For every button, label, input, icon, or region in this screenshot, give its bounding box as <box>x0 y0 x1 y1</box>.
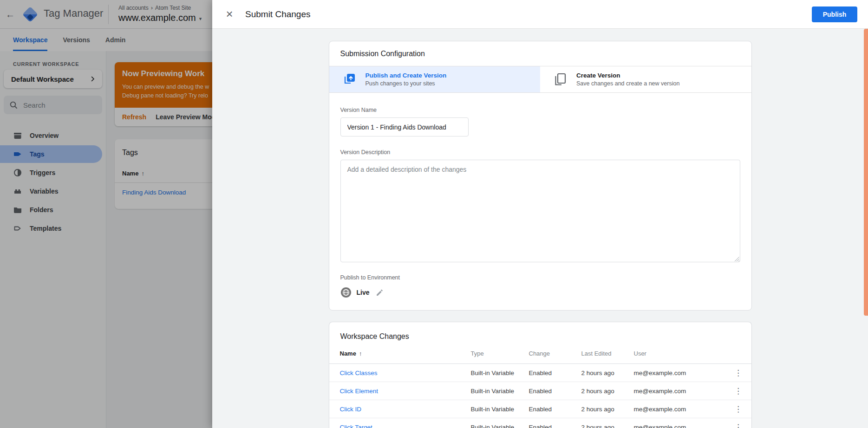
change-last-edited: 2 hours ago <box>581 370 634 376</box>
change-last-edited: 2 hours ago <box>581 388 634 395</box>
version-name-label: Version Name <box>340 107 740 113</box>
modal-body: Submission Configuration Publish and Cre… <box>212 29 868 428</box>
option-subtitle: Push changes to your sites <box>365 80 447 87</box>
close-button[interactable]: × <box>223 8 235 20</box>
pencil-icon <box>376 289 384 297</box>
globe-icon <box>340 287 352 298</box>
change-change: Enabled <box>529 424 581 428</box>
change-type: Built-in Variable <box>471 406 529 413</box>
change-change: Enabled <box>529 406 581 413</box>
option-texts: Publish and Create Version Push changes … <box>365 72 447 87</box>
option-publish-and-create-version[interactable]: Publish and Create Version Push changes … <box>329 66 541 92</box>
submission-configuration-card: Submission Configuration Publish and Cre… <box>329 41 752 311</box>
submission-options: Publish and Create Version Push changes … <box>329 66 751 93</box>
change-user: me@example.com <box>634 388 725 395</box>
change-type: Built-in Variable <box>471 370 529 376</box>
close-icon: × <box>226 7 233 21</box>
publish-environment-block: Publish to Environment Live <box>340 274 740 298</box>
publish-button[interactable]: Publish <box>812 6 857 22</box>
change-type: Built-in Variable <box>471 388 529 395</box>
workspace-changes-card: Workspace Changes Name ↑ Type Change Las… <box>329 322 752 428</box>
change-change: Enabled <box>529 388 581 395</box>
row-menu-button[interactable]: ⋮ <box>734 405 742 413</box>
modal-header: × Submit Changes Publish <box>212 0 868 29</box>
screen: ← Tag Manager All accounts › Atom Test S… <box>0 0 868 428</box>
version-description-label: Version Description <box>340 149 740 156</box>
workspace-changes-title: Workspace Changes <box>329 322 751 344</box>
submit-changes-panel: × Submit Changes Publish Submission Conf… <box>212 0 868 428</box>
publish-icon <box>342 72 356 86</box>
option-title: Create Version <box>576 72 679 79</box>
column-header-last-edited: Last Edited <box>581 350 634 357</box>
row-menu-button[interactable]: ⋮ <box>734 423 742 428</box>
column-header-type: Type <box>471 350 529 357</box>
table-row: Click ID Built-in Variable Enabled 2 hou… <box>329 400 751 418</box>
create-version-icon <box>553 72 567 86</box>
change-last-edited: 2 hours ago <box>581 424 634 428</box>
table-row: Click Element Built-in Variable Enabled … <box>329 382 751 400</box>
change-name-link[interactable]: Click ID <box>340 406 471 413</box>
scrollbar-thumb[interactable] <box>864 29 868 316</box>
submission-configuration-title: Submission Configuration <box>329 41 751 66</box>
modal-title: Submit Changes <box>245 9 310 19</box>
change-user: me@example.com <box>634 424 725 428</box>
change-name-link[interactable]: Click Classes <box>340 370 471 376</box>
change-user: me@example.com <box>634 370 725 376</box>
change-user: me@example.com <box>634 406 725 413</box>
column-label: Name <box>340 350 356 357</box>
environment-name: Live <box>357 289 370 296</box>
row-menu-button[interactable]: ⋮ <box>734 387 742 395</box>
submission-form: Version Name Version Description Publish… <box>329 93 751 310</box>
change-change: Enabled <box>529 370 581 376</box>
option-create-version[interactable]: Create Version Save changes and create a… <box>540 66 751 92</box>
changes-table-header: Name ↑ Type Change Last Edited User <box>329 344 751 364</box>
environment-row: Live <box>340 287 740 298</box>
row-menu-button[interactable]: ⋮ <box>734 369 742 377</box>
edit-environment-button[interactable] <box>376 289 384 297</box>
version-description-block: Version Description <box>340 149 740 262</box>
version-description-textarea[interactable] <box>340 160 740 262</box>
column-header-name[interactable]: Name ↑ <box>340 350 471 357</box>
table-row: Click Target Built-in Variable Enabled 2… <box>329 418 751 428</box>
column-header-user: User <box>634 350 725 357</box>
option-subtitle: Save changes and create a new version <box>576 80 679 87</box>
publish-environment-label: Publish to Environment <box>340 274 740 281</box>
option-texts: Create Version Save changes and create a… <box>576 72 679 87</box>
version-name-input[interactable] <box>340 117 469 136</box>
sort-asc-icon: ↑ <box>359 350 362 357</box>
change-type: Built-in Variable <box>471 424 529 428</box>
option-title: Publish and Create Version <box>365 72 447 79</box>
change-name-link[interactable]: Click Element <box>340 388 471 395</box>
change-last-edited: 2 hours ago <box>581 406 634 413</box>
column-header-change: Change <box>529 350 581 357</box>
table-row: Click Classes Built-in Variable Enabled … <box>329 364 751 382</box>
change-name-link[interactable]: Click Target <box>340 424 471 428</box>
